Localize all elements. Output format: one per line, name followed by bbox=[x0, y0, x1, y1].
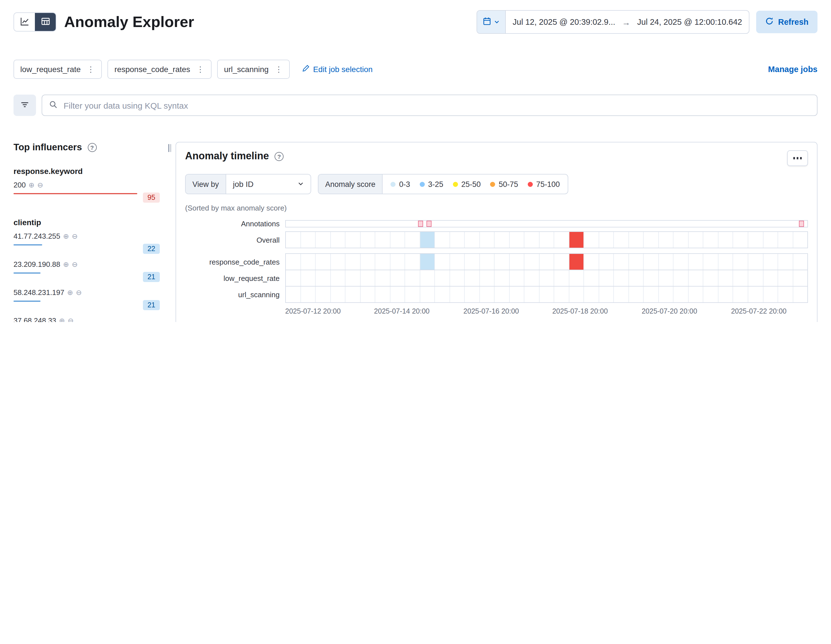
add-filter-icon[interactable]: ⊕ bbox=[59, 316, 65, 322]
swimlane-cell[interactable] bbox=[629, 232, 644, 248]
swimlane-cell[interactable] bbox=[748, 270, 763, 286]
swimlane-cell[interactable] bbox=[599, 287, 614, 302]
swimlane-cell[interactable] bbox=[629, 270, 644, 286]
swimlane-cell[interactable] bbox=[480, 232, 495, 248]
calendar-dropdown-button[interactable] bbox=[477, 11, 506, 33]
remove-filter-icon[interactable]: ⊖ bbox=[37, 181, 43, 189]
swimlane-cell[interactable] bbox=[674, 232, 689, 248]
resize-handle[interactable] bbox=[168, 144, 171, 152]
swimlane-cell[interactable] bbox=[286, 270, 301, 286]
swimlane-cell[interactable] bbox=[644, 287, 659, 302]
swimlane-cell[interactable] bbox=[554, 270, 569, 286]
swimlane-cell[interactable] bbox=[525, 270, 540, 286]
swimlane-cell[interactable] bbox=[778, 287, 793, 302]
swimlane-cell[interactable] bbox=[331, 232, 345, 248]
swimlane-cell[interactable] bbox=[793, 270, 807, 286]
swimlane-cell[interactable] bbox=[599, 254, 614, 269]
end-date-button[interactable]: Jul 24, 2025 @ 12:00:10.642 bbox=[630, 18, 749, 27]
swimlane-cell[interactable] bbox=[390, 270, 405, 286]
swimlane-cell[interactable] bbox=[420, 254, 435, 269]
manage-jobs-link[interactable]: Manage jobs bbox=[768, 65, 818, 74]
swimlane-cell[interactable] bbox=[465, 287, 480, 302]
filter-button[interactable] bbox=[13, 94, 36, 116]
swimlane-cell[interactable] bbox=[584, 287, 599, 302]
swimlane-cell[interactable] bbox=[435, 254, 450, 269]
swimlane-cell[interactable] bbox=[540, 254, 554, 269]
swimlane-cell[interactable] bbox=[345, 270, 360, 286]
swimlane-cell[interactable] bbox=[301, 232, 316, 248]
add-filter-icon[interactable]: ⊕ bbox=[29, 181, 34, 189]
job-badge[interactable]: url_scanning⋮ bbox=[217, 60, 290, 79]
help-icon[interactable]: ? bbox=[88, 143, 97, 152]
swimlane-cell[interactable] bbox=[465, 232, 480, 248]
swimlane-cell[interactable] bbox=[599, 232, 614, 248]
swimlane-cell[interactable] bbox=[480, 287, 495, 302]
swimlane-cell[interactable] bbox=[569, 254, 584, 269]
remove-filter-icon[interactable]: ⊖ bbox=[72, 232, 78, 241]
swimlane-cell[interactable] bbox=[405, 287, 420, 302]
swimlane-cell[interactable] bbox=[495, 287, 509, 302]
swimlane-cell[interactable] bbox=[718, 232, 733, 248]
swimlane-cell[interactable] bbox=[644, 254, 659, 269]
swimlane-cell[interactable] bbox=[405, 232, 420, 248]
annotation-mark[interactable] bbox=[427, 221, 432, 227]
swimlane-cell[interactable] bbox=[644, 270, 659, 286]
swimlane-cell[interactable] bbox=[629, 254, 644, 269]
annotation-mark[interactable] bbox=[418, 221, 423, 227]
swimlane-cell[interactable] bbox=[435, 232, 450, 248]
swimlane-cell[interactable] bbox=[301, 254, 316, 269]
swimlane-cell[interactable] bbox=[390, 254, 405, 269]
swimlane-cell[interactable] bbox=[689, 232, 704, 248]
swimlane-cell[interactable] bbox=[405, 270, 420, 286]
help-icon[interactable]: ? bbox=[275, 152, 283, 161]
swimlane-cell[interactable] bbox=[704, 232, 718, 248]
swimlane-cell[interactable] bbox=[704, 254, 718, 269]
swimlane-cell[interactable] bbox=[569, 270, 584, 286]
swimlane-cell[interactable] bbox=[718, 287, 733, 302]
swimlane-cell[interactable] bbox=[689, 254, 704, 269]
add-filter-icon[interactable]: ⊕ bbox=[63, 260, 69, 268]
swimlane-cell[interactable] bbox=[614, 270, 629, 286]
swimlane-cell[interactable] bbox=[390, 287, 405, 302]
swimlane-cell[interactable] bbox=[286, 287, 301, 302]
swimlane-cell[interactable] bbox=[301, 287, 316, 302]
swimlane-cell[interactable] bbox=[689, 287, 704, 302]
swimlane-cell[interactable] bbox=[331, 254, 345, 269]
swimlane-cell[interactable] bbox=[316, 232, 331, 248]
swimlane-cell[interactable] bbox=[674, 254, 689, 269]
swimlane-cell[interactable] bbox=[450, 287, 465, 302]
swimlane-cell[interactable] bbox=[704, 287, 718, 302]
swimlane-cell[interactable] bbox=[659, 287, 674, 302]
swimlane-cell[interactable] bbox=[360, 287, 375, 302]
swimlane-cell[interactable] bbox=[763, 254, 778, 269]
annotation-mark[interactable] bbox=[799, 221, 804, 227]
job-badge[interactable]: low_request_rate⋮ bbox=[13, 60, 102, 79]
swimlane-cell[interactable] bbox=[793, 254, 807, 269]
swimlane-cell[interactable] bbox=[345, 287, 360, 302]
swimlane-cell[interactable] bbox=[495, 270, 509, 286]
swimlane-cell[interactable] bbox=[674, 270, 689, 286]
swimlane-cell[interactable] bbox=[659, 270, 674, 286]
swimlane-cell[interactable] bbox=[704, 270, 718, 286]
swimlane-cell[interactable] bbox=[360, 232, 375, 248]
timeline-options-button[interactable] bbox=[787, 150, 808, 166]
swimlane-cell[interactable] bbox=[733, 232, 748, 248]
add-filter-icon[interactable]: ⊕ bbox=[67, 288, 73, 296]
swimlane-cell[interactable] bbox=[420, 232, 435, 248]
single-metric-viewer-button[interactable] bbox=[14, 13, 35, 31]
swimlane-cell[interactable] bbox=[480, 254, 495, 269]
swimlane-cell[interactable] bbox=[345, 254, 360, 269]
swimlane-cell[interactable] bbox=[390, 232, 405, 248]
swimlane-cell[interactable] bbox=[763, 287, 778, 302]
remove-filter-icon[interactable]: ⊖ bbox=[72, 260, 78, 268]
swimlane-cell[interactable] bbox=[778, 270, 793, 286]
swimlane-cell[interactable] bbox=[540, 287, 554, 302]
swimlane-cell[interactable] bbox=[554, 287, 569, 302]
swimlane-cell[interactable] bbox=[748, 232, 763, 248]
swimlane-cell[interactable] bbox=[748, 287, 763, 302]
swimlane-cell[interactable] bbox=[599, 270, 614, 286]
swimlane-cell[interactable] bbox=[525, 254, 540, 269]
job-badge[interactable]: response_code_rates⋮ bbox=[108, 60, 212, 79]
swimlane-cell[interactable] bbox=[525, 232, 540, 248]
swimlane-cell[interactable] bbox=[375, 287, 390, 302]
